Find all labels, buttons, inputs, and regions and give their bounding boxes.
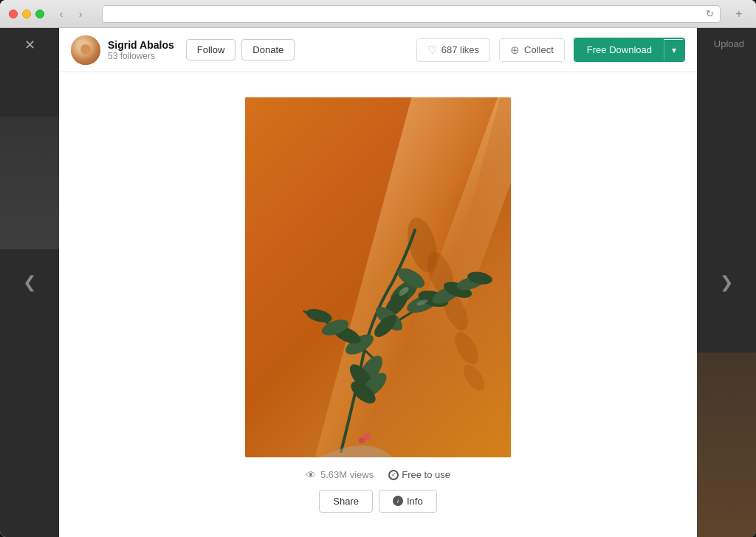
next-photo-button[interactable]: ❯ <box>720 273 733 292</box>
maximize-window-button[interactable] <box>35 10 44 18</box>
header-actions: Follow Donate <box>186 39 295 60</box>
info-label: Info <box>407 496 423 507</box>
license-text: Free to use <box>402 469 450 480</box>
sidebar-right-content: Upload ❯ <box>697 28 756 537</box>
collect-label: Collect <box>524 44 554 55</box>
share-button[interactable]: Share <box>319 490 373 513</box>
sidebar-left: ✕ ❮ <box>0 28 59 537</box>
close-window-button[interactable] <box>9 10 18 18</box>
add-tab-button[interactable]: + <box>731 6 747 22</box>
photo-meta: 👁 5.63M views ✓ Free to use <box>306 469 450 481</box>
download-dropdown-button[interactable]: ▾ <box>664 40 684 60</box>
collect-button[interactable]: ⊕ Collect <box>499 38 565 62</box>
photo-container <box>245 97 511 457</box>
header-bar: Sigrid Abalos 53 followers Follow Donate… <box>59 28 697 72</box>
free-badge: ✓ Free to use <box>388 469 450 480</box>
reload-button[interactable]: ↻ <box>706 8 714 19</box>
avatar-image <box>71 35 100 65</box>
upload-label: Upload <box>714 38 744 49</box>
svg-point-3 <box>450 328 484 368</box>
address-bar[interactable]: ↻ <box>102 5 721 23</box>
user-info: Sigrid Abalos 53 followers <box>71 35 174 65</box>
plant-illustration <box>245 97 511 457</box>
svg-point-20 <box>305 306 334 325</box>
follow-button[interactable]: Follow <box>186 39 236 60</box>
user-text: Sigrid Abalos 53 followers <box>108 39 174 61</box>
svg-point-4 <box>459 361 488 393</box>
forward-button[interactable]: › <box>72 6 89 22</box>
traffic-lights <box>9 10 44 18</box>
donate-button[interactable]: Donate <box>241 39 295 60</box>
info-button[interactable]: i Info <box>379 490 437 513</box>
free-download-button[interactable]: Free Download <box>575 39 664 60</box>
browser-nav-buttons: ‹ › <box>53 6 89 22</box>
titlebar: ‹ › ↻ + <box>0 0 756 28</box>
browser-window: ‹ › ↻ + ✕ ❮ Sigrid Abalo <box>0 0 756 537</box>
prev-photo-button[interactable]: ❮ <box>23 273 36 292</box>
heart-icon: ♡ <box>427 44 437 57</box>
likes-button[interactable]: ♡ 687 likes <box>416 38 490 62</box>
info-icon: i <box>393 496 403 506</box>
content-panel: Sigrid Abalos 53 followers Follow Donate… <box>59 28 697 537</box>
header-right: ♡ 687 likes ⊕ Collect Free Download ▾ <box>416 38 685 62</box>
user-name: Sigrid Abalos <box>108 39 174 51</box>
minimize-window-button[interactable] <box>22 10 31 18</box>
back-button[interactable]: ‹ <box>53 6 69 22</box>
photo-actions: Share i Info <box>319 490 436 513</box>
eye-icon: 👁 <box>306 469 316 481</box>
check-circle-icon: ✓ <box>388 470 399 480</box>
sidebar-right: Upload ❯ <box>697 28 756 537</box>
svg-point-28 <box>359 437 365 443</box>
photo-area: 👁 5.63M views ✓ Free to use Share i Info <box>59 72 697 537</box>
user-followers: 53 followers <box>108 51 174 61</box>
views-count: 5.63M views <box>320 469 374 480</box>
main-area: ✕ ❮ Sigrid Abalos 53 followers Follow <box>0 28 756 537</box>
likes-count: 687 likes <box>441 44 479 55</box>
close-viewer-button[interactable]: ✕ <box>24 37 35 53</box>
download-button-group: Free Download ▾ <box>574 38 685 62</box>
plus-icon: ⊕ <box>510 44 520 57</box>
sidebar-right-thumbnail <box>697 353 756 537</box>
views-info: 👁 5.63M views <box>306 469 374 481</box>
photo-image <box>245 97 511 457</box>
avatar <box>71 35 100 65</box>
